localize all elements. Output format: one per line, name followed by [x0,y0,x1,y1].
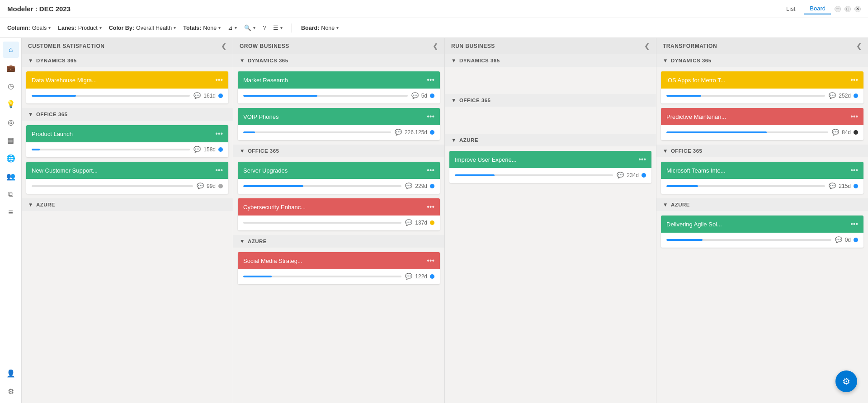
colorby-filter[interactable]: Color By: Overall Health ▾ [109,25,176,31]
card-meta-data-warehouse: 💬 161d [193,92,223,99]
lane-azure-col1: ▼ AZURE [22,198,233,238]
collapse-transformation[interactable]: ❮ [856,42,862,50]
lane-header-office365[interactable]: ▼ OFFICE 365 [22,108,233,121]
card-menu-new-customer-support[interactable]: ••• [215,166,223,174]
lane-collapse-icon-dynamics365-col2: ▼ [240,58,245,63]
search-button[interactable]: 🔍 ▾ [244,24,255,31]
collapse-grow-business[interactable]: ❮ [433,42,439,50]
comment-icon-cybersecurity: 💬 [405,219,412,226]
lane-header-dynamics365-col4[interactable]: ▼ DYNAMICS 365 [656,54,868,67]
card-meta-ios-apps: 💬 252d [829,92,858,99]
board-filter[interactable]: Board: None ▾ [301,25,339,31]
sidebar-item-clock[interactable]: ◷ [3,78,19,94]
card-menu-server-upgrades[interactable]: ••• [427,166,434,174]
card-menu-ios-apps[interactable]: ••• [850,76,858,84]
column-title-transformation: TRANSFORMATION [663,43,717,49]
view-options-icon: ☰ [273,24,278,31]
card-menu-predictive-maintenance[interactable]: ••• [850,112,858,121]
fab-icon: ⚙ [842,376,850,387]
progress-bar-product-launch [32,149,40,150]
comment-count-data-warehouse: 161d [203,93,216,99]
sidebar-item-settings[interactable]: ⚙ [3,383,19,399]
card-menu-microsoft-teams[interactable]: ••• [850,166,858,174]
sidebar-item-briefcase[interactable]: 💼 [3,60,19,76]
lane-header-dynamics365-col3[interactable]: ▼ DYNAMICS 365 [445,54,656,67]
collapse-run-business[interactable]: ❮ [644,42,650,50]
card-header-voip-phones: VOIP Phones ••• [238,108,440,125]
card-menu-improve-user-experience[interactable]: ••• [638,155,646,164]
lane-header-office365-col3[interactable]: ▼ OFFICE 365 [445,94,656,107]
lane-cards-office365-col3 [445,107,656,134]
progress-bar-improve-user-experience [455,174,495,176]
totals-label: Totals: [183,25,201,31]
comment-count-server-upgrades: 229d [415,183,427,189]
card-menu-delivering-agile[interactable]: ••• [850,220,858,228]
card-header-ios-apps: iOS Apps for Metro T... ••• [661,71,863,89]
board-view-button[interactable]: Board [804,3,831,14]
card-menu-data-warehouse[interactable]: ••• [215,76,223,84]
sidebar-item-user[interactable]: 👤 [3,365,19,381]
column-filter[interactable]: Column: Goals ▾ [7,25,51,31]
totals-filter[interactable]: Totals: None ▾ [183,25,221,31]
lane-header-azure[interactable]: ▼ AZURE [22,198,233,211]
card-menu-voip-phones[interactable]: ••• [427,112,434,121]
close-button[interactable]: ✕ [854,6,861,12]
status-dot-social-media [430,274,434,279]
card-body-new-customer-support: 💬 99d [26,179,228,194]
comment-count-improve-user-experience: 234d [627,172,639,178]
comment-count-voip-phones: 226.125d [405,129,427,136]
progress-container-market-research [243,95,408,97]
comment-count-market-research: 5d [421,93,427,99]
filter-button[interactable]: ⊿ ▾ [228,24,237,31]
app-layout: ⌂ 💼 ◷ 💡 ◎ ▦ 🌐 👥 ⧉ ≡ 👤 ⚙ CUSTOMER SATISFA… [0,38,868,403]
column-transformation: TRANSFORMATION ❮ ▼ DYNAMICS 365 [656,38,868,403]
sidebar-item-lightbulb[interactable]: 💡 [3,96,19,112]
card-body-social-media: 💬 122d [238,269,440,284]
lane-dynamics365-col3: ▼ DYNAMICS 365 [445,54,656,94]
lane-label-office365-col3: OFFICE 365 [459,98,491,103]
lane-header-office365-col4[interactable]: ▼ OFFICE 365 [656,145,868,157]
lane-label-office365-col2: OFFICE 365 [248,148,279,154]
collapse-customer-satisfaction[interactable]: ❮ [221,42,227,50]
minimize-button[interactable]: ─ [835,6,841,12]
sidebar-item-list[interactable]: ≡ [3,204,19,220]
status-dot-market-research [430,94,434,98]
card-menu-social-media[interactable]: ••• [427,257,434,265]
lane-header-office365-col2[interactable]: ▼ OFFICE 365 [233,145,444,157]
status-dot-new-customer-support [218,184,223,188]
card-meta-new-customer-support: 💬 99d [197,183,223,189]
card-title-cybersecurity: Cybersecurity Enhanc... [243,204,306,211]
comment-count-product-launch: 158d [203,146,216,153]
lane-header-azure-col2[interactable]: ▼ AZURE [233,235,444,248]
lane-header-dynamics365-col2[interactable]: ▼ DYNAMICS 365 [233,54,444,67]
lane-collapse-icon-dynamics365-col4: ▼ [663,58,668,63]
floating-action-button[interactable]: ⚙ [835,370,857,392]
sidebar-item-chart[interactable]: ▦ [3,132,19,148]
maximize-button[interactable]: □ [844,6,851,12]
card-title-server-upgrades: Server Upgrades [243,167,288,174]
lane-header-azure-col3[interactable]: ▼ AZURE [445,134,656,146]
lane-header-azure-col4[interactable]: ▼ AZURE [656,198,868,211]
card-header-product-launch: Product Launch ••• [26,125,228,142]
sidebar-item-layers[interactable]: ⧉ [3,186,19,202]
card-menu-cybersecurity[interactable]: ••• [427,203,434,211]
help-button[interactable]: ? [263,25,266,31]
sidebar-item-home[interactable]: ⌂ [3,42,19,58]
lanes-filter[interactable]: Lanes: Product ▾ [58,25,101,31]
comment-count-delivering-agile: 0d [845,237,851,243]
sidebar-item-globe[interactable]: 🌐 [3,150,19,166]
status-dot-improve-user-experience [642,173,646,178]
card-menu-market-research[interactable]: ••• [427,76,434,84]
progress-bar-social-media [243,276,272,277]
list-view-button[interactable]: List [781,4,801,14]
column-customer-satisfaction: CUSTOMER SATISFACTION ❮ ▼ DYNAMICS 365 [22,38,233,403]
toolbar: Column: Goals ▾ Lanes: Product ▾ Color B… [0,18,868,38]
view-options-button[interactable]: ☰ ▾ [273,24,283,31]
column-content-grow-business: ▼ DYNAMICS 365 Market Research ••• [233,54,444,403]
sidebar-item-people[interactable]: 👥 [3,168,19,184]
app-title: Modeler : DEC 2023 [7,5,71,13]
sidebar-item-target[interactable]: ◎ [3,114,19,130]
card-menu-product-launch[interactable]: ••• [215,130,223,138]
progress-bar-data-warehouse [32,95,76,97]
lane-header-dynamics365[interactable]: ▼ DYNAMICS 365 [22,54,233,67]
